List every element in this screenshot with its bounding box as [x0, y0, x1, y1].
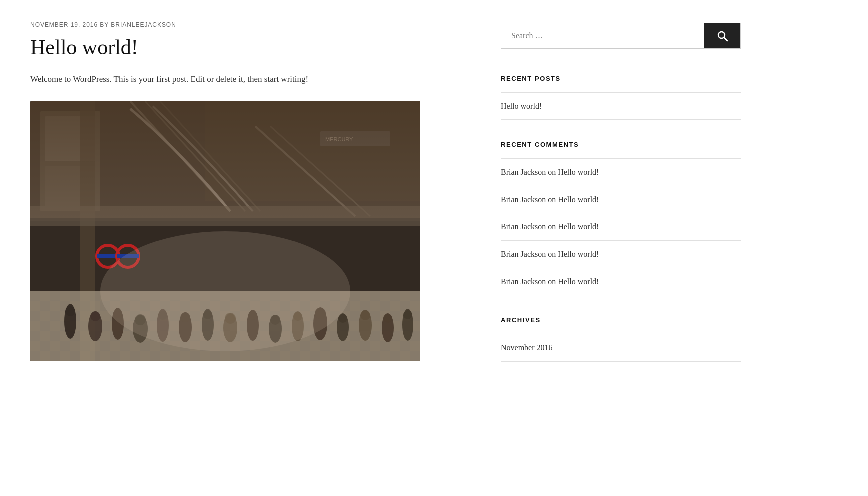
comment-post-link-3[interactable]: Hello world! [558, 250, 599, 258]
comment-post-link-2[interactable]: Hello world! [558, 222, 599, 231]
recent-posts-title: Recent Posts [501, 74, 741, 93]
recent-comments-title: Recent Comments [501, 140, 741, 159]
comment-post-link-1[interactable]: Hello world! [558, 195, 599, 204]
svg-rect-1 [30, 101, 420, 221]
archive-link[interactable]: November 2016 [501, 343, 553, 352]
archives-title: Archives [501, 315, 741, 334]
comment-on-2: on [548, 222, 558, 231]
comment-item-2: Brian Jackson on Hello world! [501, 213, 741, 241]
archives-list: November 2016 [501, 334, 741, 362]
comment-on-1: on [548, 195, 558, 204]
post-meta: November 19, 2016 by BrianLeeJackson [30, 20, 461, 30]
svg-line-58 [724, 38, 728, 41]
comment-item-0: Brian Jackson on Hello world! [501, 159, 741, 186]
post-image-canvas: MERCURY [30, 101, 420, 361]
recent-posts-list: Hello world! [501, 93, 741, 120]
search-widget [501, 23, 741, 49]
post-image-svg: MERCURY [30, 101, 420, 361]
post-body: Welcome to WordPress. This is your first… [30, 72, 461, 87]
archive-item: November 2016 [501, 334, 741, 362]
svg-line-10 [255, 126, 355, 216]
comment-post-link-4[interactable]: Hello world! [558, 277, 599, 286]
comment-on-0: on [548, 168, 558, 176]
svg-point-54 [100, 231, 350, 351]
post-image: MERCURY [30, 101, 420, 361]
svg-line-7 [130, 101, 230, 211]
recent-post-link[interactable]: Hello world! [501, 102, 542, 110]
main-content: November 19, 2016 by BrianLeeJackson Hel… [30, 20, 461, 382]
recent-comments-section: Recent Comments Brian Jackson on Hello w… [501, 140, 741, 295]
svg-rect-55 [320, 131, 390, 146]
comment-author-2: Brian Jackson [501, 222, 546, 231]
comment-author-1: Brian Jackson [501, 195, 546, 204]
post-title: Hello world! [30, 35, 461, 60]
comment-post-link-0[interactable]: Hello world! [558, 168, 599, 176]
comment-author-4: Brian Jackson [501, 277, 546, 286]
search-button[interactable] [704, 23, 740, 48]
recent-posts-section: Recent Posts Hello world! [501, 74, 741, 120]
svg-rect-3 [45, 116, 95, 161]
search-icon [716, 30, 728, 42]
svg-line-11 [270, 126, 370, 216]
svg-rect-2 [40, 111, 100, 211]
comment-item-4: Brian Jackson on Hello world! [501, 268, 741, 296]
recent-post-item: Hello world! [501, 93, 741, 120]
comment-on-4: on [548, 277, 558, 286]
comment-item-1: Brian Jackson on Hello world! [501, 186, 741, 214]
svg-text:MERCURY: MERCURY [325, 136, 353, 142]
page-wrapper: November 19, 2016 by BrianLeeJackson Hel… [0, 0, 868, 402]
comment-author-3: Brian Jackson [501, 250, 546, 258]
archives-section: Archives November 2016 [501, 315, 741, 361]
search-input[interactable] [501, 23, 704, 48]
svg-line-8 [145, 101, 245, 211]
svg-rect-6 [205, 101, 420, 201]
sidebar: Recent Posts Hello world! Recent Comment… [501, 20, 741, 382]
comment-on-3: on [548, 250, 558, 258]
svg-line-9 [160, 101, 260, 211]
comment-author-0: Brian Jackson [501, 168, 546, 176]
svg-rect-4 [45, 166, 95, 206]
comment-item-3: Brian Jackson on Hello world! [501, 241, 741, 268]
